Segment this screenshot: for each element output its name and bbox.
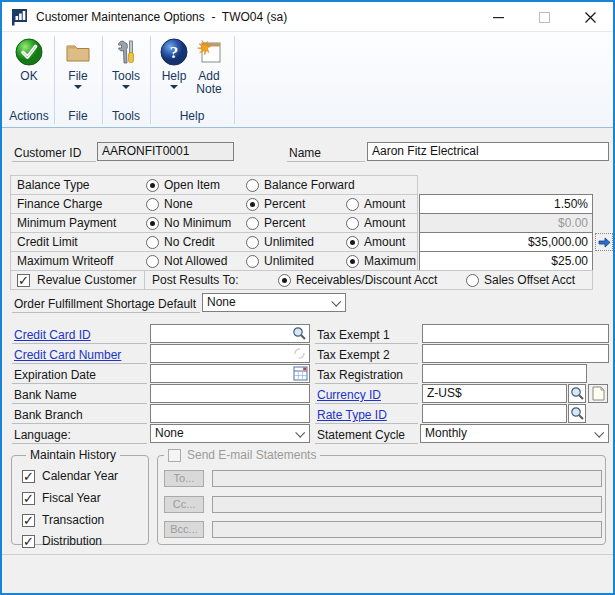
- bcc-field: [212, 521, 602, 538]
- credit-limit-value-field[interactable]: $35,000.00: [419, 232, 593, 252]
- radio-icon: [346, 236, 359, 249]
- tools-dropdown-arrow-icon: [122, 85, 130, 89]
- transaction-checkbox[interactable]: [22, 514, 35, 527]
- radio-fc-percent[interactable]: Percent: [246, 197, 305, 211]
- add-note-button[interactable]: Add Note: [188, 37, 230, 96]
- radio-icon: [246, 198, 259, 211]
- close-icon: [585, 12, 596, 23]
- statement-cycle-value: Monthly: [425, 426, 467, 440]
- radio-mp-no-minimum[interactable]: No Minimum: [146, 216, 231, 230]
- chevron-down-icon: [594, 428, 604, 438]
- cc-field: [212, 496, 602, 513]
- distribution-checkbox[interactable]: [22, 535, 35, 548]
- tools-menu-button[interactable]: Tools: [104, 37, 148, 89]
- statement-cycle-label: Statement Cycle: [315, 427, 418, 444]
- tools-button-label: Tools: [112, 70, 140, 83]
- radio-mw-unlimited[interactable]: Unlimited: [246, 254, 314, 268]
- balance-type-label: Balance Type: [17, 178, 90, 192]
- credit-card-number-disabled-icon: [291, 345, 308, 362]
- bank-branch-field[interactable]: [150, 404, 310, 423]
- file-menu-button[interactable]: File: [56, 37, 100, 89]
- radio-mw-maximum[interactable]: Maximum: [346, 254, 416, 268]
- radio-cl-unlimited[interactable]: Unlimited: [246, 235, 314, 249]
- note-icon: [592, 386, 605, 401]
- currency-note-button[interactable]: [588, 384, 608, 403]
- status-bar: [2, 555, 613, 593]
- fiscal-year-item[interactable]: Fiscal Year: [22, 491, 101, 505]
- send-email-statements-legend-wrap: Send E-mail Statements: [164, 448, 320, 463]
- tax-exempt-1-field[interactable]: [422, 324, 609, 343]
- calendar-year-checkbox[interactable]: [22, 470, 35, 483]
- statement-cycle-dropdown[interactable]: Monthly: [420, 424, 609, 443]
- ribbon-group-tools: Tools: [102, 107, 150, 125]
- radio-open-item[interactable]: Open Item: [146, 178, 220, 192]
- fiscal-year-checkbox[interactable]: [22, 492, 35, 505]
- radio-icon: [246, 255, 259, 268]
- ok-button[interactable]: OK: [7, 37, 51, 83]
- maximize-icon: [539, 12, 550, 23]
- distribution-item[interactable]: Distribution: [22, 534, 102, 548]
- radio-fc-amount[interactable]: Amount: [346, 197, 405, 211]
- cc-button: Cc...: [164, 496, 204, 513]
- credit-card-id-lookup-button[interactable]: [291, 325, 308, 342]
- bank-name-field[interactable]: [150, 384, 310, 403]
- tax-exempt-2-field[interactable]: [422, 344, 609, 363]
- radio-balance-forward[interactable]: Balance Forward: [246, 178, 355, 192]
- calendar-year-item[interactable]: Calendar Year: [22, 469, 118, 483]
- ribbon-group-help: Help: [150, 107, 234, 125]
- row-divider: [144, 271, 145, 289]
- maximum-writeoff-label: Maximum Writeoff: [17, 254, 113, 268]
- minimize-icon: [493, 12, 504, 23]
- radio-sales-offset-acct[interactable]: Sales Offset Acct: [466, 273, 575, 287]
- close-button[interactable]: [567, 2, 613, 32]
- language-dropdown[interactable]: None: [150, 424, 310, 443]
- rate-type-id-field[interactable]: [422, 404, 567, 423]
- post-results-to-label: Post Results To:: [152, 273, 238, 287]
- shortage-default-value: None: [207, 295, 236, 309]
- finance-charge-value-field[interactable]: 1.50%: [419, 194, 593, 214]
- credit-card-id-label[interactable]: Credit Card ID: [12, 327, 147, 344]
- radio-mp-percent[interactable]: Percent: [246, 216, 305, 230]
- expiration-date-calendar-button[interactable]: [292, 365, 308, 381]
- radio-cl-amount[interactable]: Amount: [346, 235, 405, 249]
- currency-id-lookup-button[interactable]: [568, 384, 586, 403]
- order-fulfillment-shortage-default-label: Order Fulfillment Shortage Default: [12, 296, 200, 313]
- radio-mw-not-allowed[interactable]: Not Allowed: [146, 254, 227, 268]
- bank-name-label: Bank Name: [12, 387, 147, 404]
- radio-mp-amount[interactable]: Amount: [346, 216, 405, 230]
- tax-registration-field[interactable]: [422, 364, 587, 383]
- send-email-statements-checkbox: [168, 449, 181, 462]
- shortage-default-dropdown[interactable]: None: [202, 293, 346, 312]
- add-note-icon: [194, 37, 224, 67]
- currency-id-label[interactable]: Currency ID: [315, 387, 418, 404]
- title-bar: Customer Maintenance Options - TWO04 (sa…: [2, 2, 613, 32]
- name-field[interactable]: Aaron Fitz Electrical: [367, 142, 609, 161]
- svg-text:?: ?: [170, 43, 179, 62]
- customer-id-field[interactable]: AARONFIT0001: [97, 142, 234, 161]
- add-note-button-label: Add Note: [193, 70, 225, 96]
- credit-card-id-field[interactable]: [150, 324, 310, 343]
- radio-icon: [146, 198, 159, 211]
- calendar-icon: [293, 366, 308, 381]
- ok-button-label: OK: [20, 70, 37, 83]
- minimum-payment-label: Minimum Payment: [17, 216, 116, 230]
- customer-id-label: Customer ID: [12, 145, 96, 162]
- expiration-date-field[interactable]: [150, 364, 310, 383]
- ribbon-separator: [234, 36, 235, 124]
- radio-cl-no-credit[interactable]: No Credit: [146, 235, 215, 249]
- currency-id-field[interactable]: Z-US$: [422, 384, 567, 403]
- credit-limit-expansion-button[interactable]: [595, 233, 613, 251]
- radio-icon: [146, 217, 159, 230]
- ribbon-group-actions: Actions: [4, 107, 54, 125]
- credit-card-number-label[interactable]: Credit Card Number: [12, 347, 147, 364]
- rate-type-id-lookup-button[interactable]: [568, 404, 586, 423]
- transaction-item[interactable]: Transaction: [22, 513, 104, 527]
- credit-card-number-field[interactable]: [150, 344, 310, 363]
- radio-receivables-discount-acct[interactable]: Receivables/Discount Acct: [278, 273, 437, 287]
- revalue-customer-checkbox[interactable]: [17, 274, 30, 287]
- rate-type-id-label[interactable]: Rate Type ID: [315, 407, 418, 424]
- radio-fc-none[interactable]: None: [146, 197, 193, 211]
- tax-registration-label: Tax Registration: [315, 367, 418, 384]
- maximum-writeoff-value-field[interactable]: $25.00: [419, 251, 593, 271]
- minimize-button[interactable]: [475, 2, 521, 32]
